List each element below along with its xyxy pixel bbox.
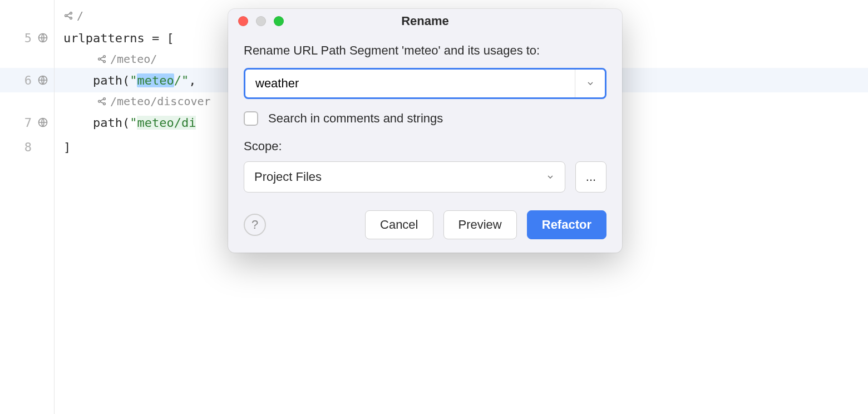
gutter-row: 5 <box>0 26 54 50</box>
dialog-instruction: Rename URL Path Segment 'meteo' and its … <box>244 43 606 58</box>
line-number: 6 <box>24 73 32 87</box>
gutter-row: 8 <box>0 135 54 159</box>
line-number: 5 <box>24 31 32 45</box>
scope-edit-button[interactable]: ... <box>575 161 606 193</box>
endpoint-icon[interactable] <box>37 117 48 128</box>
scope-select[interactable]: Project Files <box>244 161 565 193</box>
gutter-row: 7 <box>0 110 54 135</box>
scope-label: Scope: <box>244 139 606 154</box>
rename-input[interactable] <box>245 70 575 97</box>
refactor-button[interactable]: Refactor <box>527 210 606 239</box>
scope-value: Project Files <box>254 170 322 184</box>
search-comments-checkbox[interactable] <box>244 111 258 126</box>
line-number: 7 <box>24 116 32 130</box>
url-annotation: /meteo/discover <box>110 95 211 108</box>
share-icon <box>63 11 73 21</box>
url-annotation: /meteo/ <box>110 52 157 66</box>
endpoint-icon[interactable] <box>37 75 48 86</box>
help-button[interactable]: ? <box>244 214 266 236</box>
history-dropdown-button[interactable] <box>575 70 605 97</box>
selected-text: meteo <box>137 73 174 87</box>
cancel-button[interactable]: Cancel <box>365 210 433 239</box>
preview-button[interactable]: Preview <box>443 210 517 239</box>
gutter-row: 6 <box>0 68 54 92</box>
checkbox-label: Search in comments and strings <box>268 111 443 126</box>
chevron-down-icon <box>546 172 555 181</box>
share-icon <box>97 96 107 106</box>
rename-dialog: Rename Rename URL Path Segment 'meteo' a… <box>228 9 622 253</box>
chevron-down-icon <box>586 79 595 88</box>
endpoint-icon[interactable] <box>37 32 48 43</box>
dialog-title: Rename <box>228 14 622 28</box>
breadcrumb-root: / <box>77 9 83 22</box>
line-number: 8 <box>24 140 32 154</box>
dialog-titlebar: Rename <box>228 9 622 33</box>
rename-input-wrap <box>244 68 606 99</box>
share-icon <box>97 54 107 64</box>
gutter: 5 6 7 8 <box>0 0 55 414</box>
